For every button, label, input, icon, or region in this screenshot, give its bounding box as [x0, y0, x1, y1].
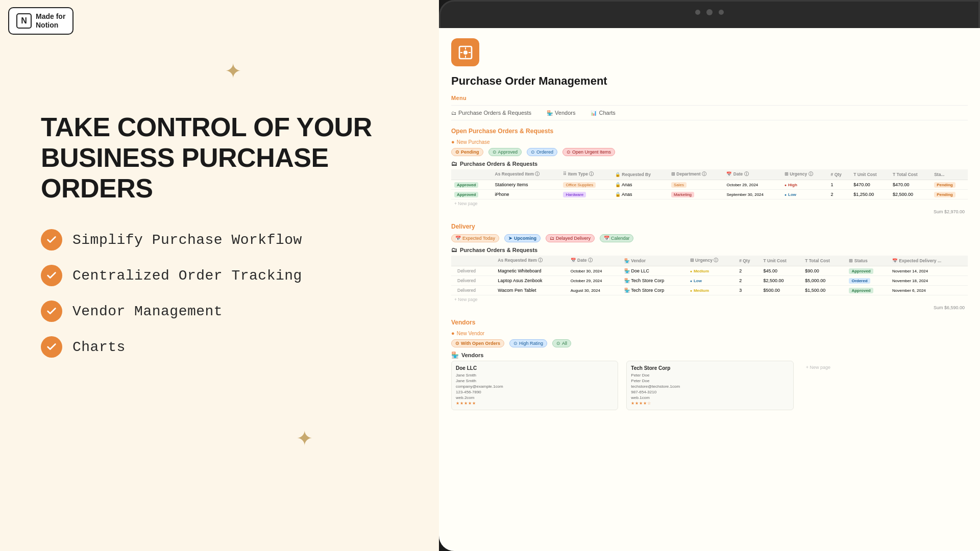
- filter-delayed[interactable]: 🗂 Delayed Delivery: [546, 234, 595, 242]
- col-req: 🔒 Requested By: [612, 169, 668, 180]
- del-row2-item: Laptop Asus Zenbook: [495, 276, 567, 286]
- vendor-new-page[interactable]: + New page: [802, 361, 968, 410]
- col-status: [451, 169, 492, 180]
- vendor-web-2: web.1com: [631, 395, 789, 400]
- new-vendor-button[interactable]: ● New Vendor: [451, 330, 968, 336]
- orders-filter-row: ⊙ Pending ⊙ Approved ⊙ Ordered ⊙ Open Ur…: [451, 148, 968, 156]
- vendor-email-1: company@example.1com: [456, 384, 614, 389]
- del-row1-urgency: Medium: [690, 269, 709, 273]
- menu-item-orders[interactable]: 🗂 Purchase Orders & Requests: [451, 110, 531, 116]
- delivery-table-header: As Requested Item ⓘ 📅 Date ⓘ 🏪 Vendor ⊞ …: [451, 256, 968, 266]
- del-col-urgency: ⊞ Urgency ⓘ: [687, 256, 737, 266]
- col-dept: ⊞ Department ⓘ: [668, 169, 724, 180]
- delivery-new-page[interactable]: + New page: [451, 295, 968, 304]
- open-orders-title: Open Purchase Orders & Requests: [451, 128, 968, 135]
- filter-all[interactable]: ⊙ All: [552, 339, 571, 347]
- delivery-subtable-title: 🗂 Purchase Orders & Requests: [451, 246, 968, 254]
- del-row3-qty: 3: [736, 286, 760, 295]
- camera-dot-1: [695, 10, 700, 15]
- col-urgency: ⊞ Urgency ⓘ: [781, 169, 828, 180]
- row2-req: 🔒 Anas: [612, 190, 668, 199]
- camera-dot-3: [719, 10, 724, 15]
- del-row2-status: Ordered: [849, 278, 870, 284]
- del-row3-item: Wacom Pen Tablet: [495, 286, 567, 295]
- feature-item-1: Simplify Purchase Workflow: [41, 229, 398, 251]
- filter-urgent[interactable]: ⊙ Open Urgent Items: [562, 148, 615, 156]
- main-headline: TAKE CONTROL OF YOUR BUSINESS PURCHASE O…: [41, 112, 398, 204]
- vendor-name-2: Tech Store Corp: [631, 365, 789, 371]
- row1-total: $470.00: [890, 180, 931, 190]
- orders-row-1: Approved Stationery Items Office Supplie…: [451, 180, 968, 190]
- row2-type: Hardware: [563, 192, 586, 197]
- del-row1-date: October 30, 2024: [568, 266, 621, 276]
- vendors-grid: Doe LLC Jane Smith Jane Smith company@ex…: [451, 361, 968, 410]
- orders-new-page[interactable]: + New page: [451, 199, 968, 208]
- filter-with-open[interactable]: ⊙ With Open Orders: [451, 339, 504, 347]
- vendor-stars-2: ★★★★☆: [631, 401, 789, 406]
- menu-label: Menu: [451, 95, 968, 101]
- del-col-unit: T Unit Cost: [761, 256, 802, 266]
- col-type: ⠿ Item Type ⓘ: [560, 169, 611, 180]
- del-col-vendor: 🏪 Vendor: [621, 256, 687, 266]
- feature-text-3: Vendor Management: [72, 304, 223, 319]
- row2-date: September 30, 2024: [723, 190, 781, 199]
- delivery-section: Delivery 📅 Expected Today ➤ Upcoming 🗂 D…: [451, 223, 968, 312]
- row2-qty: 2: [828, 190, 851, 199]
- page-title: Purchase Order Management: [451, 74, 968, 88]
- tablet-frame: Purchase Order Management Menu 🗂 Purchas…: [439, 0, 980, 551]
- del-row2-date: October 29, 2024: [568, 276, 621, 286]
- del-row3-label: Delivered: [454, 286, 479, 294]
- charts-emoji: 📊: [591, 110, 597, 116]
- feature-item-4: Charts: [41, 336, 398, 358]
- filter-upcoming[interactable]: ➤ Upcoming: [504, 234, 541, 242]
- del-row2-vendor: 🏪 Tech Store Corp: [621, 276, 687, 286]
- col-status-col: Sta...: [931, 169, 968, 180]
- menu-item-vendors[interactable]: 🏪 Vendors: [547, 110, 575, 116]
- row2-urgency: Low: [785, 192, 796, 197]
- right-panel: Purchase Order Management Menu 🗂 Purchas…: [439, 0, 980, 551]
- filter-approved[interactable]: ⊙ Approved: [488, 148, 522, 156]
- new-purchase-button[interactable]: ● New Purchase: [451, 139, 968, 145]
- row1-type: Office Supplies: [563, 182, 596, 188]
- del-row1-vendor: 🏪 Doe LLC: [621, 266, 687, 276]
- check-icon-3: [41, 300, 62, 322]
- row2-status-left: Approved: [454, 192, 478, 197]
- notion-content-area: Purchase Order Management Menu 🗂 Purchas…: [439, 28, 980, 551]
- del-col-date: 📅 Date ⓘ: [568, 256, 621, 266]
- row1-status: Pending: [934, 182, 955, 188]
- row1-dept: Sales: [671, 182, 687, 188]
- filter-high-rating[interactable]: ⊙ High Rating: [509, 339, 547, 347]
- del-col-expected: 📅 Expected Delivery ...: [889, 256, 968, 266]
- check-icon-1: [41, 229, 62, 251]
- menu-item-charts[interactable]: 📊 Charts: [591, 110, 615, 116]
- filter-ordered[interactable]: ⊙ Ordered: [527, 148, 557, 156]
- delivery-row-3: Delivered Wacom Pen Tablet August 30, 20…: [451, 286, 968, 295]
- vendors-title: Vendors: [451, 319, 968, 326]
- filter-expected-today[interactable]: 📅 Expected Today: [451, 234, 499, 242]
- svg-point-1: [463, 51, 468, 55]
- badge-text: Made for Notion: [36, 12, 65, 30]
- vendor-card-1: Doe LLC Jane Smith Jane Smith company@ex…: [451, 361, 618, 410]
- del-col-status-col: ⊞ Status: [846, 256, 889, 266]
- row1-status-left: Approved: [454, 182, 478, 188]
- vendor-contact2-1: Jane Smith: [456, 379, 614, 383]
- feature-item-3: Vendor Management: [41, 300, 398, 322]
- row1-unit: $470.00: [850, 180, 890, 190]
- notion-logo: N: [16, 13, 32, 29]
- del-col-item: As Requested Item ⓘ: [495, 256, 567, 266]
- del-row2-expected: November 18, 2024: [889, 276, 968, 286]
- check-icon-2: [41, 265, 62, 286]
- del-row2-qty: 2: [736, 276, 760, 286]
- vendor-phone-1: 123-456-7890: [456, 390, 614, 394]
- del-row3-total: $1,500.00: [802, 286, 846, 295]
- filter-pending[interactable]: ⊙ Pending: [451, 148, 483, 156]
- del-row3-date: August 30, 2024: [568, 286, 621, 295]
- row2-total: $2,500.00: [890, 190, 931, 199]
- orders-row-2: Approved iPhone Hardware 🔒 Anas Marketin…: [451, 190, 968, 199]
- orders-total: Sum $2,970.00: [451, 208, 968, 216]
- del-row1-item: Magnetic Whiteboard: [495, 266, 567, 276]
- row1-item: Stationery Items: [492, 180, 560, 190]
- col-item: As Requested Item ⓘ: [492, 169, 560, 180]
- filter-calendar[interactable]: 📅 Calendar: [600, 234, 634, 242]
- vendor-contact1-1: Jane Smith: [456, 373, 614, 378]
